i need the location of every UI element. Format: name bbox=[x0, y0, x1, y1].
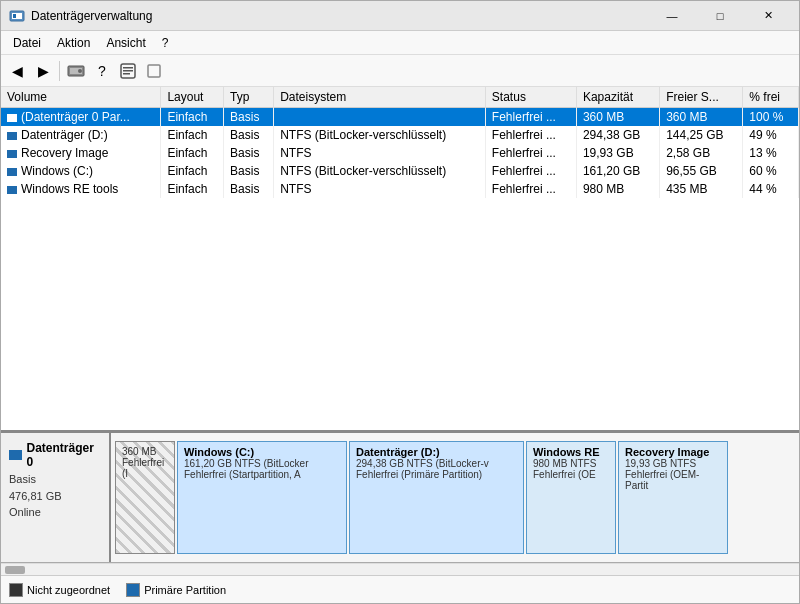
partition-block[interactable]: Windows (C:) 161,20 GB NTFS (BitLocker F… bbox=[177, 441, 347, 554]
table-cell: 19,93 GB bbox=[576, 144, 659, 162]
help-button[interactable]: ? bbox=[90, 59, 114, 83]
main-window: Datenträgerverwaltung — □ ✕ Datei Aktion… bbox=[0, 0, 800, 604]
partition-status: Fehlerfrei (Startpartition, A bbox=[184, 469, 340, 480]
table-cell: 435 MB bbox=[660, 180, 743, 198]
table-cell: Windows (C:) bbox=[1, 162, 161, 180]
table-cell: 980 MB bbox=[576, 180, 659, 198]
back-button[interactable]: ◀ bbox=[5, 59, 29, 83]
table-cell: NTFS (BitLocker-verschlüsselt) bbox=[274, 162, 486, 180]
toolbar-separator-1 bbox=[59, 61, 60, 81]
partition-status: Fehlerfrei (OE bbox=[533, 469, 609, 480]
disk-button[interactable] bbox=[64, 59, 88, 83]
disk-label: Datenträger 0 Basis 476,81 GB Online bbox=[1, 433, 111, 562]
table-row[interactable]: Windows (C:)EinfachBasisNTFS (BitLocker-… bbox=[1, 162, 799, 180]
table-cell: NTFS (BitLocker-verschlüsselt) bbox=[274, 126, 486, 144]
col-status[interactable]: Status bbox=[485, 87, 576, 108]
partition-status: Fehlerfrei (I bbox=[122, 457, 168, 479]
table-cell: Einfach bbox=[161, 126, 224, 144]
menu-bar: Datei Aktion Ansicht ? bbox=[1, 31, 799, 55]
close-button[interactable]: ✕ bbox=[745, 6, 791, 26]
table-cell: Basis bbox=[224, 144, 274, 162]
table-row[interactable]: Windows RE toolsEinfachBasisNTFSFehlerfr… bbox=[1, 180, 799, 198]
scroll-thumb[interactable] bbox=[5, 566, 25, 574]
partition-name: Recovery Image bbox=[625, 446, 721, 458]
legend-color-blue bbox=[126, 583, 140, 597]
table-cell: Fehlerfrei ... bbox=[485, 162, 576, 180]
col-kapazitaet[interactable]: Kapazität bbox=[576, 87, 659, 108]
table-cell: NTFS bbox=[274, 180, 486, 198]
table-row[interactable]: Recovery ImageEinfachBasisNTFSFehlerfrei… bbox=[1, 144, 799, 162]
table-cell: Recovery Image bbox=[1, 144, 161, 162]
col-dateisystem[interactable]: Dateisystem bbox=[274, 87, 486, 108]
disk-size: 476,81 GB bbox=[9, 488, 101, 505]
partition-block[interactable]: 360 MB Fehlerfrei (I bbox=[115, 441, 175, 554]
table-cell bbox=[274, 108, 486, 127]
partition-size: 161,20 GB NTFS (BitLocker bbox=[184, 458, 340, 469]
table-cell: Einfach bbox=[161, 144, 224, 162]
status-bar: Nicht zugeordnet Primäre Partition bbox=[1, 575, 799, 603]
col-typ[interactable]: Typ bbox=[224, 87, 274, 108]
legend-label-primary: Primäre Partition bbox=[144, 584, 226, 596]
legend-item-not-assigned: Nicht zugeordnet bbox=[9, 583, 110, 597]
partition-name: Windows (C:) bbox=[184, 446, 340, 458]
maximize-button[interactable]: □ bbox=[697, 6, 743, 26]
menu-datei[interactable]: Datei bbox=[5, 34, 49, 52]
table-cell: 144,25 GB bbox=[660, 126, 743, 144]
table-cell: Fehlerfrei ... bbox=[485, 126, 576, 144]
forward-button[interactable]: ▶ bbox=[31, 59, 55, 83]
partition-size: 980 MB NTFS bbox=[533, 458, 609, 469]
table-cell: Basis bbox=[224, 180, 274, 198]
menu-help[interactable]: ? bbox=[154, 34, 177, 52]
minimize-button[interactable]: — bbox=[649, 6, 695, 26]
properties-button[interactable] bbox=[116, 59, 140, 83]
svg-rect-10 bbox=[148, 65, 160, 77]
partition-size: 19,93 GB NTFS bbox=[625, 458, 721, 469]
partition-status: Fehlerfrei (OEM-Partit bbox=[625, 469, 721, 491]
svg-point-5 bbox=[78, 69, 82, 73]
partition-name: Datenträger (D:) bbox=[356, 446, 517, 458]
table-row[interactable]: Datenträger (D:)EinfachBasisNTFS (BitLoc… bbox=[1, 126, 799, 144]
table-cell: Einfach bbox=[161, 108, 224, 127]
disk-status: Online bbox=[9, 504, 101, 521]
table-cell: Fehlerfrei ... bbox=[485, 108, 576, 127]
col-volume[interactable]: Volume bbox=[1, 87, 161, 108]
table-cell: Einfach bbox=[161, 180, 224, 198]
table-cell: 2,58 GB bbox=[660, 144, 743, 162]
col-layout[interactable]: Layout bbox=[161, 87, 224, 108]
table-cell: 96,55 GB bbox=[660, 162, 743, 180]
undo-button[interactable] bbox=[142, 59, 166, 83]
table-cell: Fehlerfrei ... bbox=[485, 144, 576, 162]
main-content: Volume Layout Typ Dateisystem Status Kap… bbox=[1, 87, 799, 603]
menu-aktion[interactable]: Aktion bbox=[49, 34, 98, 52]
disk-type: Basis bbox=[9, 471, 101, 488]
partition-block[interactable]: Recovery Image 19,93 GB NTFS Fehlerfrei … bbox=[618, 441, 728, 554]
table-cell: Basis bbox=[224, 162, 274, 180]
table-cell: Basis bbox=[224, 108, 274, 127]
app-icon bbox=[9, 8, 25, 24]
legend-label-not-assigned: Nicht zugeordnet bbox=[27, 584, 110, 596]
table-cell: 360 MB bbox=[660, 108, 743, 127]
col-freier[interactable]: Freier S... bbox=[660, 87, 743, 108]
table-cell: 360 MB bbox=[576, 108, 659, 127]
menu-ansicht[interactable]: Ansicht bbox=[98, 34, 153, 52]
partition-block[interactable]: Windows RE 980 MB NTFS Fehlerfrei (OE bbox=[526, 441, 616, 554]
table-cell: 161,20 GB bbox=[576, 162, 659, 180]
col-prozent[interactable]: % frei bbox=[743, 87, 799, 108]
toolbar: ◀ ▶ ? bbox=[1, 55, 799, 87]
window-title: Datenträgerverwaltung bbox=[31, 9, 152, 23]
svg-rect-2 bbox=[13, 14, 16, 18]
table-cell: Fehlerfrei ... bbox=[485, 180, 576, 198]
table-cell: 100 % bbox=[743, 108, 799, 127]
table-cell: 44 % bbox=[743, 180, 799, 198]
partition-status: Fehlerfrei (Primäre Partition) bbox=[356, 469, 517, 480]
table-cell: NTFS bbox=[274, 144, 486, 162]
table-cell: Windows RE tools bbox=[1, 180, 161, 198]
disk-icon bbox=[9, 450, 22, 460]
table-row[interactable]: (Datenträger 0 Par...EinfachBasisFehlerf… bbox=[1, 108, 799, 127]
horizontal-scrollbar[interactable] bbox=[1, 563, 799, 575]
table-cell: 49 % bbox=[743, 126, 799, 144]
table-section[interactable]: Volume Layout Typ Dateisystem Status Kap… bbox=[1, 87, 799, 433]
disk-info: Basis 476,81 GB Online bbox=[9, 471, 101, 521]
partition-block[interactable]: Datenträger (D:) 294,38 GB NTFS (BitLock… bbox=[349, 441, 524, 554]
volume-table: Volume Layout Typ Dateisystem Status Kap… bbox=[1, 87, 799, 198]
